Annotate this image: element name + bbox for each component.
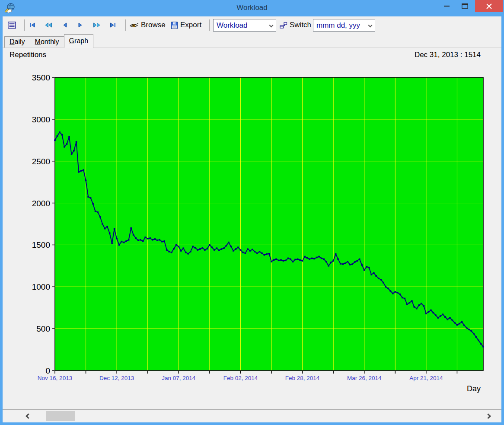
data-point — [209, 244, 211, 246]
data-point — [118, 244, 120, 246]
data-point — [90, 197, 92, 199]
data-point — [168, 251, 170, 252]
browse-label: Browse — [141, 21, 166, 29]
data-point — [449, 317, 451, 319]
next-button[interactable] — [77, 19, 83, 31]
data-point — [478, 339, 479, 341]
chevron-left-icon — [26, 413, 31, 419]
data-point — [461, 321, 463, 323]
data-point — [140, 239, 141, 241]
data-point — [409, 302, 411, 304]
data-point — [463, 325, 465, 326]
fast-forward-icon — [93, 22, 101, 29]
data-point — [475, 336, 477, 338]
titlebar: Workload — [0, 0, 504, 16]
last-record-button[interactable] — [109, 19, 117, 31]
tab-graph[interactable]: Graph — [64, 34, 93, 48]
data-point — [280, 259, 282, 261]
scrollbar-thumb[interactable] — [46, 411, 75, 421]
data-point — [190, 251, 191, 252]
browse-button[interactable]: Browse — [129, 19, 166, 31]
scroll-right-button[interactable] — [482, 410, 494, 422]
data-point — [121, 241, 122, 243]
data-point — [114, 228, 115, 230]
data-point — [173, 248, 175, 249]
metric-label: Repetitions — [10, 51, 46, 59]
data-point — [204, 249, 206, 251]
data-point — [216, 247, 218, 249]
minimize-button[interactable] — [437, 0, 456, 12]
x-tick-label: Feb 28, 2014 — [285, 375, 320, 381]
data-point — [297, 259, 299, 260]
data-point — [323, 259, 325, 260]
scroll-left-button[interactable] — [22, 410, 35, 422]
data-point — [266, 253, 268, 255]
fast-forward-button[interactable] — [93, 19, 101, 31]
data-point — [180, 250, 182, 252]
chevron-right-icon — [485, 413, 491, 419]
data-point — [447, 319, 449, 320]
tab-monthly[interactable]: Monthly — [30, 36, 64, 48]
data-point — [290, 259, 291, 260]
data-point — [192, 246, 194, 248]
data-point — [64, 146, 65, 148]
chevron-down-icon — [269, 23, 274, 28]
previous-button[interactable] — [62, 19, 68, 31]
switch-button[interactable]: Switch — [280, 19, 311, 31]
fast-rewind-button[interactable] — [44, 19, 53, 31]
maximize-button[interactable] — [456, 0, 474, 12]
close-button[interactable] — [475, 0, 503, 12]
data-point — [387, 288, 389, 289]
data-point — [166, 249, 168, 251]
data-point — [285, 259, 287, 261]
data-point — [80, 170, 82, 172]
data-point — [325, 261, 327, 262]
data-point — [85, 179, 87, 181]
data-point — [294, 259, 296, 261]
data-point — [368, 267, 370, 268]
first-record-button[interactable] — [29, 19, 36, 31]
data-point — [335, 253, 337, 255]
tab-bar: DailyMonthlyGraph — [3, 34, 501, 48]
data-point — [468, 329, 470, 330]
data-point — [66, 143, 68, 145]
y-tick-label: 3000 — [32, 115, 50, 124]
data-point — [359, 259, 360, 260]
export-button[interactable]: Export — [171, 19, 201, 31]
dateformat-select[interactable]: mmm dd, yyy — [313, 19, 375, 32]
data-point — [399, 294, 401, 295]
chevron-down-icon — [368, 23, 373, 28]
horizontal-scrollbar[interactable] — [3, 409, 501, 422]
data-point — [223, 247, 225, 249]
y-tick-label: 2000 — [32, 199, 50, 208]
data-point — [247, 248, 249, 250]
save-floppy-icon — [171, 22, 178, 29]
data-point — [142, 240, 144, 242]
data-point — [199, 248, 201, 250]
data-point — [302, 260, 303, 262]
data-point — [366, 266, 367, 268]
fast-rewind-icon — [44, 22, 53, 29]
x-tick-label: Jan 07, 2014 — [162, 375, 196, 381]
data-point — [226, 245, 227, 247]
menu-button[interactable] — [8, 19, 16, 31]
data-point — [249, 250, 251, 252]
data-point — [252, 249, 253, 250]
y-tick-label: 500 — [36, 324, 50, 333]
data-point — [482, 346, 484, 348]
data-point — [144, 236, 146, 238]
skip-to-last-icon — [109, 22, 117, 29]
switch-label: Switch — [290, 21, 311, 29]
x-tick-label: Feb 02, 2014 — [223, 375, 258, 381]
data-point — [147, 238, 149, 240]
data-point — [421, 303, 422, 304]
data-point — [287, 258, 289, 259]
tab-daily[interactable]: Daily — [4, 36, 30, 48]
plot-area[interactable] — [55, 77, 483, 371]
workload-chart: 0500100015002000250030003500Nov 16, 2013… — [0, 63, 504, 400]
workload-select[interactable]: Workload — [213, 19, 276, 32]
data-point — [440, 315, 441, 317]
data-point — [188, 253, 189, 255]
data-point — [264, 254, 265, 256]
data-point — [275, 259, 277, 260]
